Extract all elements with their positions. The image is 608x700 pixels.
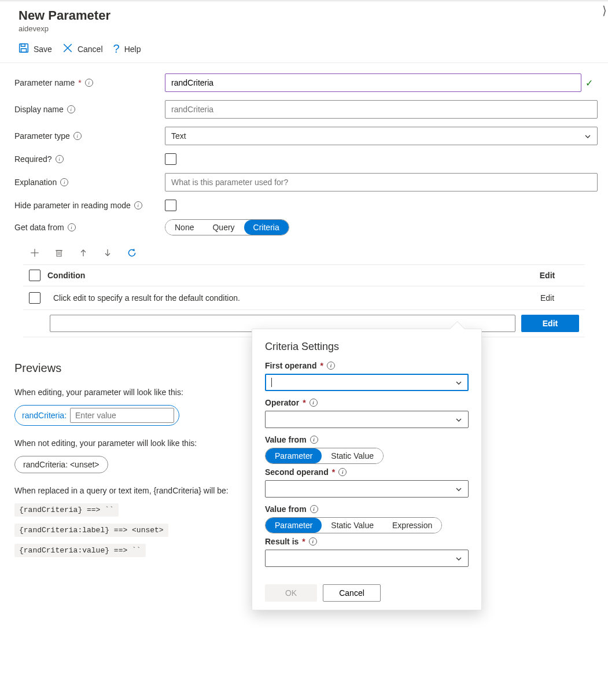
get-data-label: Get data from <box>14 223 64 232</box>
refresh-icon[interactable] <box>126 247 138 259</box>
explanation-input[interactable] <box>165 173 598 191</box>
chevron-down-icon <box>455 416 462 423</box>
page-subtitle: aidevexp <box>19 24 589 33</box>
text-cursor <box>271 378 272 387</box>
cancel-button[interactable]: Cancel <box>62 43 103 55</box>
hide-checkbox[interactable] <box>165 200 176 211</box>
required-checkbox[interactable] <box>165 153 176 165</box>
param-type-select[interactable]: Text <box>165 127 598 145</box>
value-from-label-1: Value from <box>265 435 307 444</box>
vf1-parameter[interactable]: Parameter <box>266 448 322 463</box>
conditions-toolbar <box>23 244 585 264</box>
chevron-down-icon <box>455 379 462 386</box>
first-operand-select[interactable] <box>265 374 469 391</box>
info-icon[interactable]: i <box>310 436 318 444</box>
row-checkbox[interactable] <box>29 292 40 304</box>
delete-icon[interactable] <box>53 247 65 259</box>
required-asterisk: * <box>303 398 305 407</box>
get-data-none[interactable]: None <box>165 220 203 235</box>
info-icon[interactable]: i <box>56 155 64 163</box>
info-icon[interactable]: i <box>68 223 76 231</box>
info-icon[interactable]: i <box>134 201 142 209</box>
vf1-static[interactable]: Static Value <box>322 448 383 463</box>
svg-rect-1 <box>21 44 25 47</box>
param-type-label: Parameter type <box>14 131 70 141</box>
move-down-icon[interactable] <box>102 247 113 259</box>
select-all-checkbox[interactable] <box>29 270 40 281</box>
explanation-label: Explanation <box>14 178 57 187</box>
check-icon: ✓ <box>585 78 593 89</box>
display-name-label: Display name <box>14 105 64 114</box>
info-icon[interactable]: i <box>338 468 347 476</box>
preview-pill-label: randCriteria: <box>22 411 67 420</box>
save-label: Save <box>34 45 52 54</box>
param-type-value: Text <box>171 131 186 141</box>
required-asterisk: * <box>302 537 305 546</box>
get-data-query[interactable]: Query <box>203 220 244 235</box>
preview-input[interactable] <box>70 408 174 423</box>
info-icon[interactable]: i <box>67 105 75 113</box>
code-line-1: {randCriteria} ==> `` <box>14 503 119 517</box>
move-up-icon[interactable] <box>78 247 89 259</box>
cancel-popup-button[interactable]: Cancel <box>323 584 381 602</box>
help-icon: ? <box>113 42 120 56</box>
display-name-input[interactable] <box>165 100 598 119</box>
vf2-expression[interactable]: Expression <box>383 518 441 533</box>
get-data-group: None Query Criteria <box>165 219 289 235</box>
preview-editing-pill: randCriteria: <box>14 405 179 426</box>
toolbar: Save Cancel ? Help <box>0 36 608 63</box>
condition-header: Condition <box>47 271 85 280</box>
edit-header: Edit <box>515 271 579 280</box>
get-data-criteria[interactable]: Criteria <box>244 220 289 235</box>
value-from-group-2: Parameter Static Value Expression <box>265 517 442 533</box>
info-icon[interactable]: i <box>309 399 318 407</box>
preview-static-pill: randCriteria: <unset> <box>14 456 108 473</box>
cancel-label: Cancel <box>78 45 103 54</box>
required-asterisk: * <box>78 78 81 87</box>
second-operand-select[interactable] <box>265 480 469 498</box>
value-from-group-1: Parameter Static Value <box>265 448 384 464</box>
popup-title: Criteria Settings <box>265 341 469 353</box>
save-button[interactable]: Save <box>19 43 52 55</box>
info-icon[interactable]: i <box>310 505 318 513</box>
save-icon <box>19 43 29 55</box>
info-icon[interactable]: i <box>85 79 93 87</box>
page-title: New Parameter <box>19 8 589 23</box>
param-name-label: Parameter name <box>14 78 75 87</box>
required-label: Required? <box>14 154 52 164</box>
required-asterisk: * <box>332 467 335 477</box>
svg-rect-7 <box>57 250 61 256</box>
value-from-label-2: Value from <box>265 504 307 514</box>
default-condition-text: Click edit to specify a result for the d… <box>53 293 240 303</box>
vf2-parameter[interactable]: Parameter <box>266 518 322 533</box>
edit-button[interactable]: Edit <box>521 315 579 332</box>
operator-select[interactable] <box>265 411 469 428</box>
info-icon[interactable]: i <box>309 537 317 546</box>
vf2-static[interactable]: Static Value <box>322 518 383 533</box>
edit-link[interactable]: Edit <box>515 293 579 303</box>
param-name-input[interactable] <box>165 73 581 92</box>
close-icon[interactable]: ⟩ <box>602 3 607 17</box>
cancel-icon <box>62 43 73 55</box>
second-operand-label: Second operand <box>265 467 329 477</box>
ok-button[interactable]: OK <box>265 584 317 602</box>
result-is-select[interactable] <box>265 550 469 567</box>
svg-rect-2 <box>21 49 27 52</box>
result-is-label: Result is <box>265 537 299 546</box>
chevron-down-icon <box>455 485 462 492</box>
first-operand-label: First operand <box>265 361 316 370</box>
required-asterisk: * <box>320 361 323 370</box>
add-icon[interactable] <box>29 247 40 259</box>
operator-label: Operator <box>265 398 299 407</box>
info-icon[interactable]: i <box>73 132 82 140</box>
criteria-settings-popup: Criteria Settings First operand * i Oper… <box>252 329 482 610</box>
help-label: Help <box>124 45 141 54</box>
chevron-down-icon <box>455 555 462 562</box>
code-line-3: {randCriteria:value} ==> `` <box>14 544 146 557</box>
chevron-down-icon <box>584 132 591 139</box>
hide-label: Hide parameter in reading mode <box>14 201 131 210</box>
code-line-2: {randCriteria:label} ==> <unset> <box>14 524 168 537</box>
info-icon[interactable]: i <box>327 362 335 370</box>
help-button[interactable]: ? Help <box>113 42 141 56</box>
info-icon[interactable]: i <box>60 178 68 186</box>
